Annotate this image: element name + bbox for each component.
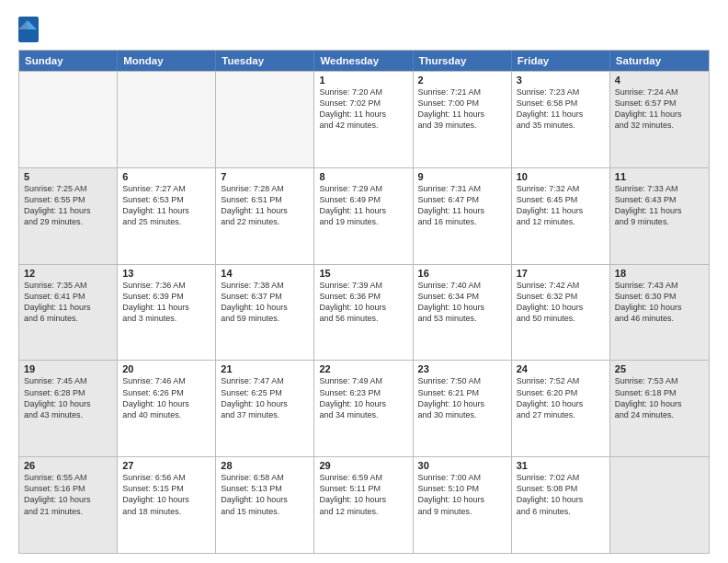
calendar-header: SundayMondayTuesdayWednesdayThursdayFrid… — [19, 51, 709, 71]
cal-cell-r3c6: 25Sunrise: 7:53 AM Sunset: 6:18 PM Dayli… — [610, 361, 709, 456]
cell-content: Sunrise: 7:28 AM Sunset: 6:51 PM Dayligh… — [221, 183, 309, 228]
cal-cell-r1c2: 7Sunrise: 7:28 AM Sunset: 6:51 PM Daylig… — [216, 168, 314, 264]
day-number: 30 — [418, 460, 506, 471]
cal-cell-r1c6: 11Sunrise: 7:33 AM Sunset: 6:43 PM Dayli… — [610, 168, 709, 264]
calendar-row-0: 1Sunrise: 7:20 AM Sunset: 7:02 PM Daylig… — [19, 71, 709, 167]
cell-content: Sunrise: 6:58 AM Sunset: 5:13 PM Dayligh… — [221, 472, 309, 517]
day-number: 27 — [122, 460, 210, 471]
cell-content: Sunrise: 7:02 AM Sunset: 5:08 PM Dayligh… — [517, 472, 605, 517]
day-number: 20 — [122, 363, 210, 374]
cell-content: Sunrise: 7:29 AM Sunset: 6:49 PM Dayligh… — [319, 183, 407, 228]
cell-content: Sunrise: 7:42 AM Sunset: 6:32 PM Dayligh… — [517, 280, 605, 325]
cal-cell-r3c4: 23Sunrise: 7:50 AM Sunset: 6:21 PM Dayli… — [414, 361, 512, 456]
day-number: 1 — [319, 75, 407, 86]
header-day-friday: Friday — [512, 51, 610, 71]
cell-content: Sunrise: 6:56 AM Sunset: 5:15 PM Dayligh… — [122, 472, 210, 517]
cal-cell-r3c2: 21Sunrise: 7:47 AM Sunset: 6:25 PM Dayli… — [216, 361, 314, 456]
cell-content: Sunrise: 7:24 AM Sunset: 6:57 PM Dayligh… — [615, 86, 704, 132]
cal-cell-r2c4: 16Sunrise: 7:40 AM Sunset: 6:34 PM Dayli… — [414, 265, 512, 361]
header-day-tuesday: Tuesday — [216, 51, 314, 71]
day-number: 14 — [221, 268, 309, 279]
cal-cell-r0c1 — [118, 72, 216, 167]
cell-content: Sunrise: 7:46 AM Sunset: 6:26 PM Dayligh… — [122, 375, 210, 420]
cell-content: Sunrise: 7:31 AM Sunset: 6:47 PM Dayligh… — [418, 183, 506, 228]
day-number: 17 — [517, 268, 605, 279]
header-day-wednesday: Wednesday — [314, 51, 413, 71]
cell-content: Sunrise: 7:52 AM Sunset: 6:20 PM Dayligh… — [517, 375, 605, 420]
day-number: 9 — [418, 171, 506, 182]
day-number: 28 — [221, 460, 309, 471]
day-number: 2 — [418, 75, 506, 86]
cell-content: Sunrise: 7:43 AM Sunset: 6:30 PM Dayligh… — [615, 280, 704, 325]
day-number: 19 — [24, 363, 112, 374]
cal-cell-r3c0: 19Sunrise: 7:45 AM Sunset: 6:28 PM Dayli… — [19, 361, 118, 456]
day-number: 4 — [615, 75, 704, 86]
cal-cell-r2c3: 15Sunrise: 7:39 AM Sunset: 6:36 PM Dayli… — [314, 265, 413, 361]
day-number: 7 — [221, 171, 309, 182]
cell-content: Sunrise: 7:35 AM Sunset: 6:41 PM Dayligh… — [24, 280, 112, 325]
day-number: 10 — [517, 171, 605, 182]
day-number: 23 — [418, 363, 506, 374]
cell-content: Sunrise: 7:27 AM Sunset: 6:53 PM Dayligh… — [122, 183, 210, 228]
day-number: 3 — [517, 75, 605, 86]
cell-content: Sunrise: 7:50 AM Sunset: 6:21 PM Dayligh… — [418, 375, 506, 420]
cal-cell-r1c4: 9Sunrise: 7:31 AM Sunset: 6:47 PM Daylig… — [414, 168, 512, 264]
cal-cell-r1c3: 8Sunrise: 7:29 AM Sunset: 6:49 PM Daylig… — [314, 168, 413, 264]
day-number: 18 — [615, 268, 704, 279]
day-number: 24 — [517, 363, 605, 374]
calendar-row-4: 26Sunrise: 6:55 AM Sunset: 5:16 PM Dayli… — [19, 456, 709, 553]
cal-cell-r4c3: 29Sunrise: 6:59 AM Sunset: 5:11 PM Dayli… — [314, 457, 413, 553]
calendar-body: 1Sunrise: 7:20 AM Sunset: 7:02 PM Daylig… — [19, 71, 709, 553]
calendar-row-2: 12Sunrise: 7:35 AM Sunset: 6:41 PM Dayli… — [19, 264, 709, 361]
cal-cell-r0c0 — [19, 72, 118, 167]
cal-cell-r4c4: 30Sunrise: 7:00 AM Sunset: 5:10 PM Dayli… — [414, 457, 512, 553]
calendar-row-1: 5Sunrise: 7:25 AM Sunset: 6:55 PM Daylig… — [19, 167, 709, 264]
calendar: SundayMondayTuesdayWednesdayThursdayFrid… — [18, 50, 710, 554]
day-number: 26 — [24, 460, 112, 471]
cell-content: Sunrise: 7:36 AM Sunset: 6:39 PM Dayligh… — [122, 280, 210, 325]
day-number: 16 — [418, 268, 506, 279]
calendar-row-3: 19Sunrise: 7:45 AM Sunset: 6:28 PM Dayli… — [19, 360, 709, 456]
cell-content: Sunrise: 7:25 AM Sunset: 6:55 PM Dayligh… — [24, 183, 112, 228]
cell-content: Sunrise: 7:45 AM Sunset: 6:28 PM Dayligh… — [24, 375, 112, 420]
cal-cell-r3c3: 22Sunrise: 7:49 AM Sunset: 6:23 PM Dayli… — [314, 361, 413, 456]
cal-cell-r0c3: 1Sunrise: 7:20 AM Sunset: 7:02 PM Daylig… — [314, 72, 413, 167]
cal-cell-r2c6: 18Sunrise: 7:43 AM Sunset: 6:30 PM Dayli… — [610, 265, 709, 361]
cal-cell-r2c1: 13Sunrise: 7:36 AM Sunset: 6:39 PM Dayli… — [118, 265, 216, 361]
cal-cell-r4c2: 28Sunrise: 6:58 AM Sunset: 5:13 PM Dayli… — [216, 457, 314, 553]
cal-cell-r2c2: 14Sunrise: 7:38 AM Sunset: 6:37 PM Dayli… — [216, 265, 314, 361]
day-number: 31 — [517, 460, 605, 471]
cal-cell-r0c6: 4Sunrise: 7:24 AM Sunset: 6:57 PM Daylig… — [610, 72, 709, 167]
cal-cell-r0c4: 2Sunrise: 7:21 AM Sunset: 7:00 PM Daylig… — [414, 72, 512, 167]
cell-content: Sunrise: 6:55 AM Sunset: 5:16 PM Dayligh… — [24, 472, 112, 517]
cell-content: Sunrise: 7:38 AM Sunset: 6:37 PM Dayligh… — [221, 280, 309, 325]
cal-cell-r1c0: 5Sunrise: 7:25 AM Sunset: 6:55 PM Daylig… — [19, 168, 118, 264]
cal-cell-r4c6 — [610, 457, 709, 553]
cal-cell-r2c5: 17Sunrise: 7:42 AM Sunset: 6:32 PM Dayli… — [512, 265, 610, 361]
cal-cell-r4c1: 27Sunrise: 6:56 AM Sunset: 5:15 PM Dayli… — [118, 457, 216, 553]
logo — [18, 17, 42, 42]
day-number: 15 — [319, 268, 407, 279]
page: SundayMondayTuesdayWednesdayThursdayFrid… — [0, 0, 728, 563]
header — [18, 17, 710, 42]
cell-content: Sunrise: 7:32 AM Sunset: 6:45 PM Dayligh… — [517, 183, 605, 228]
day-number: 22 — [319, 363, 407, 374]
day-number: 11 — [615, 171, 704, 182]
header-day-sunday: Sunday — [19, 51, 118, 71]
cell-content: Sunrise: 7:33 AM Sunset: 6:43 PM Dayligh… — [615, 183, 704, 228]
cell-content: Sunrise: 7:21 AM Sunset: 7:00 PM Dayligh… — [418, 86, 506, 132]
day-number: 5 — [24, 171, 112, 182]
cell-content: Sunrise: 7:39 AM Sunset: 6:36 PM Dayligh… — [319, 280, 407, 325]
cell-content: Sunrise: 7:49 AM Sunset: 6:23 PM Dayligh… — [319, 375, 407, 420]
cal-cell-r0c5: 3Sunrise: 7:23 AM Sunset: 6:58 PM Daylig… — [512, 72, 610, 167]
day-number: 13 — [122, 268, 210, 279]
cal-cell-r1c5: 10Sunrise: 7:32 AM Sunset: 6:45 PM Dayli… — [512, 168, 610, 264]
cell-content: Sunrise: 7:00 AM Sunset: 5:10 PM Dayligh… — [418, 472, 506, 517]
day-number: 21 — [221, 363, 309, 374]
cal-cell-r1c1: 6Sunrise: 7:27 AM Sunset: 6:53 PM Daylig… — [118, 168, 216, 264]
cal-cell-r3c1: 20Sunrise: 7:46 AM Sunset: 6:26 PM Dayli… — [118, 361, 216, 456]
cell-content: Sunrise: 6:59 AM Sunset: 5:11 PM Dayligh… — [319, 472, 407, 517]
header-day-monday: Monday — [118, 51, 216, 71]
cell-content: Sunrise: 7:47 AM Sunset: 6:25 PM Dayligh… — [221, 375, 309, 420]
cell-content: Sunrise: 7:40 AM Sunset: 6:34 PM Dayligh… — [418, 280, 506, 325]
